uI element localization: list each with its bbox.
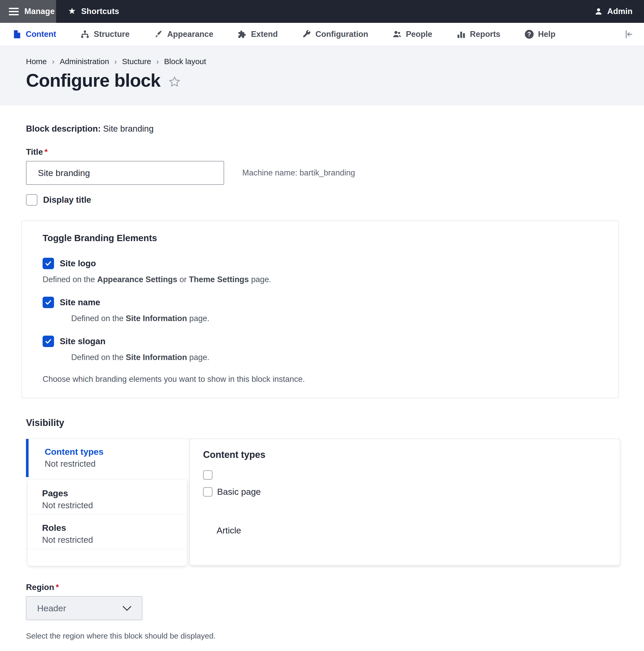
brush-icon xyxy=(154,30,163,39)
region-select[interactable]: Header xyxy=(26,596,142,620)
display-title-checkbox[interactable] xyxy=(26,194,37,206)
toolbar-item-structure[interactable]: Structure xyxy=(81,30,129,39)
toolbar-item-label: Help xyxy=(538,30,555,39)
toolbar-item-extend[interactable]: Extend xyxy=(238,30,277,39)
admin-account-menu[interactable]: Admin xyxy=(594,0,644,23)
breadcrumb-structure[interactable]: Stucture xyxy=(122,57,151,66)
hamburger-icon xyxy=(9,6,19,17)
toolbar-item-appearance[interactable]: Appearance xyxy=(154,30,213,39)
site-name-description: Defined on the Site Information page. xyxy=(42,314,598,323)
site-slogan-description: Defined on the Site Information page. xyxy=(42,353,598,362)
toolbar-collapse-button[interactable] xyxy=(623,28,635,40)
manage-tab[interactable]: Manage xyxy=(0,0,56,23)
visibility-heading: Visibility xyxy=(26,417,618,428)
breadcrumb-separator: › xyxy=(114,57,117,66)
tab-roles[interactable]: Roles Not restricted xyxy=(28,515,187,549)
region-select-value: Header xyxy=(37,603,121,613)
site-logo-item: Site logo Defined on the Appearance Sett… xyxy=(42,258,598,284)
user-icon xyxy=(594,7,603,16)
site-logo-checkbox[interactable] xyxy=(42,258,54,269)
content-type-checkbox[interactable] xyxy=(203,470,212,480)
tab-divider xyxy=(28,549,187,549)
topbar-spacer xyxy=(129,0,594,23)
star-icon: ★ xyxy=(68,6,76,15)
tab-label: Roles xyxy=(42,523,187,533)
basic-page-label[interactable]: Basic page xyxy=(217,487,261,497)
article-label[interactable]: Article xyxy=(203,525,620,535)
toggle-branding-fieldset: Toggle Branding Elements Site logo Defin… xyxy=(22,221,619,398)
wrench-icon xyxy=(302,30,311,39)
question-icon: ? xyxy=(525,30,534,39)
site-name-checkbox[interactable] xyxy=(42,297,54,308)
people-icon xyxy=(392,30,402,39)
site-slogan-checkbox[interactable] xyxy=(42,336,54,347)
block-description-value: Site branding xyxy=(103,124,153,133)
shortcuts-tab[interactable]: ★ Shortcuts xyxy=(58,0,129,23)
toolbar-item-label: Extend xyxy=(251,30,277,39)
admin-toolbar: Content Structure Appearance Extend Conf… xyxy=(0,23,644,46)
toolbar-item-label: Appearance xyxy=(167,30,213,39)
required-mark: * xyxy=(45,147,48,157)
site-logo-description: Defined on the Appearance Settings or Th… xyxy=(42,275,598,284)
content-type-option-basic-page: Basic page xyxy=(203,487,620,497)
file-icon xyxy=(12,30,21,39)
breadcrumb-administration[interactable]: Administration xyxy=(60,57,109,66)
display-title-label[interactable]: Display title xyxy=(43,195,91,205)
block-description: Block description: Site branding xyxy=(26,124,618,134)
bar-chart-icon xyxy=(457,30,466,39)
title-input[interactable] xyxy=(26,161,224,185)
breadcrumb-block-layout[interactable]: Block layout xyxy=(164,57,206,66)
puzzle-icon xyxy=(238,30,246,39)
site-logo-label[interactable]: Site logo xyxy=(60,258,96,269)
required-mark: * xyxy=(56,583,59,592)
fieldset-legend: Toggle Branding Elements xyxy=(42,233,598,243)
collapse-left-icon xyxy=(623,28,635,40)
basic-page-checkbox[interactable] xyxy=(203,487,212,497)
toolbar-item-configuration[interactable]: Configuration xyxy=(302,30,368,39)
tab-pages[interactable]: Pages Not restricted xyxy=(28,480,187,514)
toolbar-item-label: Content xyxy=(26,30,56,39)
manage-label: Manage xyxy=(24,7,55,16)
title-field-label: Title* xyxy=(26,147,618,157)
content-type-option xyxy=(203,470,620,480)
tab-summary: Not restricted xyxy=(45,459,171,469)
shortcuts-label: Shortcuts xyxy=(81,7,119,16)
site-name-item: Site name Defined on the Site Informatio… xyxy=(42,297,598,323)
tab-label: Content types xyxy=(45,447,171,457)
tab-summary: Not restricted xyxy=(42,500,187,510)
breadcrumb-separator: › xyxy=(52,57,55,66)
panel-heading: Content types xyxy=(203,449,620,460)
toolbar-item-people[interactable]: People xyxy=(392,30,432,39)
breadcrumb-home[interactable]: Home xyxy=(26,57,47,66)
toolbar-item-label: Reports xyxy=(470,30,500,39)
block-description-label: Block description: xyxy=(26,124,101,133)
check-icon xyxy=(45,260,52,267)
toolbar-item-help[interactable]: ? Help xyxy=(525,30,555,39)
chevron-down-icon xyxy=(121,602,133,614)
favorite-star-icon[interactable] xyxy=(168,75,181,88)
sitemap-icon xyxy=(81,30,89,39)
fieldset-help-text: Choose which branding elements you want … xyxy=(42,375,598,384)
breadcrumb-separator: › xyxy=(156,57,159,66)
visibility-widget: Content types Not restricted Pages Not r… xyxy=(26,439,620,566)
site-name-label[interactable]: Site name xyxy=(60,298,100,307)
page-title: Configure block xyxy=(26,70,160,91)
toolbar-item-label: Configuration xyxy=(316,30,368,39)
tab-content-types[interactable]: Content types Not restricted xyxy=(26,439,171,477)
admin-label: Admin xyxy=(607,7,633,16)
check-icon xyxy=(45,299,52,306)
tab-summary: Not restricted xyxy=(42,535,187,545)
admin-topbar: Manage ★ Shortcuts Admin xyxy=(0,0,644,23)
toolbar-item-label: Structure xyxy=(94,30,129,39)
toolbar-item-reports[interactable]: Reports xyxy=(457,30,500,39)
breadcrumb: Home › Administration › Stucture › Block… xyxy=(26,57,618,66)
toolbar-item-content[interactable]: Content xyxy=(12,30,56,39)
region-help-text: Select the region where this block shoul… xyxy=(26,631,618,640)
tab-label: Pages xyxy=(42,488,187,498)
page-header: Home › Administration › Stucture › Block… xyxy=(0,46,644,106)
visibility-tab-column: Pages Not restricted Roles Not restricte… xyxy=(28,480,187,566)
site-slogan-label[interactable]: Site slogan xyxy=(60,336,106,346)
display-title-field: Display title xyxy=(26,194,618,206)
check-icon xyxy=(45,338,52,345)
toolbar-item-label: People xyxy=(406,30,432,39)
